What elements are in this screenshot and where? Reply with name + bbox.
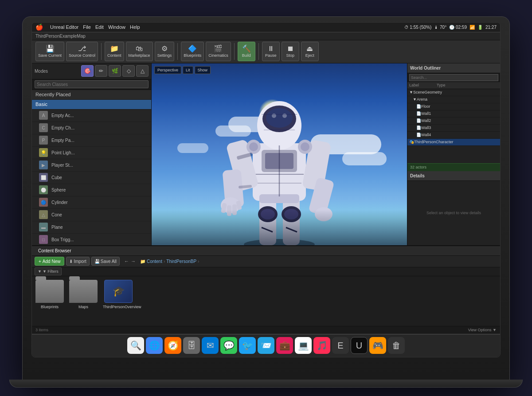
- outliner-search-input[interactable]: [409, 74, 498, 81]
- content-button[interactable]: 📁 Content: [105, 42, 124, 61]
- viewport-perspective-button[interactable]: Perspective: [154, 66, 181, 74]
- nav-back-button[interactable]: ←: [124, 259, 129, 264]
- save-current-label: Save Current: [38, 53, 62, 58]
- dock-twitter[interactable]: 🐦: [239, 337, 256, 354]
- source-control-button[interactable]: ⎇ Source Control: [66, 42, 98, 61]
- placement-box-trigger[interactable]: □ Box Trigg...: [32, 234, 151, 245]
- point-light-icon: 💡: [39, 148, 48, 157]
- outliner-item-floor[interactable]: 📄 Floor: [407, 103, 500, 110]
- menubar-right: ⏱ 1:55 (50%) 🌡 70° 🕑 02:59 📶 🔋 21:27: [404, 25, 497, 30]
- mode-select-button[interactable]: 🎯: [81, 65, 94, 77]
- placement-player-start[interactable]: ▶ Player St...: [32, 159, 151, 172]
- mode-geometry-button[interactable]: ◇: [122, 65, 135, 77]
- viewport[interactable]: Perspective Lit Show: [152, 63, 407, 245]
- cloud-5: [177, 143, 208, 153]
- menu-edit[interactable]: Edit: [95, 24, 104, 30]
- ue-tab-bar: ThirdPersonExampleMap: [32, 32, 500, 40]
- placement-plane[interactable]: ▬ Plane: [32, 221, 151, 234]
- temp-display: 🌡 70°: [434, 25, 446, 30]
- dock-compass[interactable]: 🧭: [164, 337, 181, 354]
- placement-empty-actor[interactable]: A Empty Ac...: [32, 110, 151, 122]
- outliner-item-character[interactable]: 🎭 ThirdPersonCharacter: [407, 139, 500, 146]
- import-button[interactable]: ⬇ Import: [66, 257, 89, 266]
- settings-label: Settings: [157, 53, 172, 58]
- dock-epic[interactable]: E: [332, 337, 349, 354]
- nav-forward-button[interactable]: →: [131, 259, 136, 264]
- svg-line-7: [262, 227, 273, 232]
- menu-help[interactable]: Help: [130, 24, 140, 30]
- placement-empty-pawn[interactable]: P Empty Pa...: [32, 134, 151, 147]
- content-browser-tab[interactable]: Content Browser: [35, 247, 74, 254]
- cb-nav-arrows: ← →: [124, 259, 136, 264]
- dock-chrome[interactable]: 🌐: [146, 337, 163, 354]
- dock-app9[interactable]: 🎮: [369, 337, 386, 354]
- viewport-show-button[interactable]: Show: [195, 66, 211, 74]
- plane-label: Plane: [51, 225, 63, 230]
- mode-foliage-button[interactable]: 🌿: [109, 65, 121, 77]
- dock-chat[interactable]: 💬: [220, 337, 237, 354]
- outliner-item-wall1[interactable]: 📄 Wall1: [407, 110, 500, 118]
- dock-files[interactable]: 🗄: [183, 337, 200, 354]
- marketplace-button[interactable]: 🛍 Marketplace: [126, 42, 153, 61]
- placement-search-input[interactable]: [35, 80, 149, 88]
- dock-music[interactable]: 🎵: [313, 337, 330, 354]
- svg-rect-2: [283, 196, 300, 245]
- apple-logo-icon[interactable]: 🍎: [35, 24, 43, 31]
- menu-window[interactable]: Window: [108, 24, 125, 30]
- dock-unreal[interactable]: U: [351, 337, 368, 354]
- outliner-col-type: Type: [437, 83, 446, 87]
- blueprints-folder-item[interactable]: Blueprints: [35, 280, 64, 309]
- cinematics-icon: 🎬: [214, 45, 223, 52]
- stop-button[interactable]: ⏹ Stop: [282, 42, 299, 61]
- view-options-button[interactable]: View Options ▼: [468, 328, 497, 332]
- cb-nav-content[interactable]: Content: [147, 259, 162, 264]
- save-all-button[interactable]: 💾 Save All: [91, 257, 120, 266]
- mode-paint-button[interactable]: ✏: [95, 65, 107, 77]
- active-tab[interactable]: ThirdPersonExampleMap: [35, 34, 86, 39]
- category-recently-placed[interactable]: Recently Placed: [32, 90, 151, 100]
- outliner-item-wall4[interactable]: 📄 Wall4: [407, 132, 500, 139]
- placement-cone[interactable]: △ Cone: [32, 209, 151, 221]
- placement-cylinder[interactable]: 🔵 Cylinder: [32, 196, 151, 209]
- pause-button[interactable]: ⏸ Pause: [262, 42, 280, 61]
- cinematics-button[interactable]: 🎬 Cinematics: [206, 42, 231, 61]
- filters-icon: ▼: [38, 269, 42, 274]
- dock-slack[interactable]: 💼: [276, 337, 293, 354]
- outliner-item-scene-geometry[interactable]: ▼ SceneGeometry: [407, 89, 500, 96]
- menu-file[interactable]: File: [83, 24, 91, 30]
- filters-button[interactable]: ▼ ▼ Filters: [35, 267, 62, 275]
- save-current-button[interactable]: 💾 Save Current: [35, 42, 64, 61]
- world-outliner-title: World Outliner: [410, 66, 441, 71]
- dock-mail[interactable]: ✉: [202, 337, 219, 354]
- outliner-item-arena[interactable]: ▼ Arena: [407, 96, 500, 103]
- build-button[interactable]: 🔨 Build: [238, 42, 255, 61]
- placement-cube[interactable]: ⬜ Cube: [32, 172, 151, 184]
- placement-empty-character[interactable]: C Empty Ch...: [32, 122, 151, 134]
- toolbar-separator-3: [234, 43, 235, 60]
- dock-finder[interactable]: 🔍: [127, 337, 144, 354]
- add-new-button[interactable]: + Add New: [35, 257, 64, 266]
- dock-trash[interactable]: 🗑: [388, 337, 405, 354]
- blueprints-button[interactable]: 🔷 Blueprints: [181, 42, 204, 61]
- modes-label: Modes: [35, 69, 48, 74]
- settings-button[interactable]: ⚙ Settings: [155, 42, 175, 61]
- wall1-label: Wall1: [421, 111, 431, 116]
- viewport-lit-button[interactable]: Lit: [183, 66, 193, 74]
- cone-icon-item: △: [39, 210, 48, 219]
- outliner-item-wall3[interactable]: 📄 Wall3: [407, 125, 500, 132]
- placement-sphere[interactable]: ⚪ Sphere: [32, 184, 151, 196]
- dock-skype[interactable]: 💻: [295, 337, 312, 354]
- eject-button[interactable]: ⏏ Eject: [301, 42, 319, 61]
- menu-unreal-editor[interactable]: Unreal Editor: [50, 24, 78, 30]
- third-person-overview-item[interactable]: 🎓 ThirdPersonOverview: [103, 280, 134, 309]
- menu-items: Unreal Editor File Edit Window Help: [50, 24, 140, 30]
- mode-landscape-button[interactable]: △: [136, 65, 149, 77]
- dock-telegram[interactable]: 📨: [258, 337, 274, 354]
- maps-folder-item[interactable]: Maps: [69, 280, 98, 309]
- placement-point-light[interactable]: 💡 Point Ligh...: [32, 147, 151, 159]
- svg-rect-1: [259, 196, 276, 245]
- cb-nav-third-person[interactable]: ThirdPersonBP: [166, 259, 196, 264]
- outliner-item-wall2[interactable]: 📄 Wall2: [407, 118, 500, 125]
- category-basic[interactable]: Basic: [32, 100, 151, 110]
- add-actor-bar[interactable]: 32 actors: [407, 163, 500, 171]
